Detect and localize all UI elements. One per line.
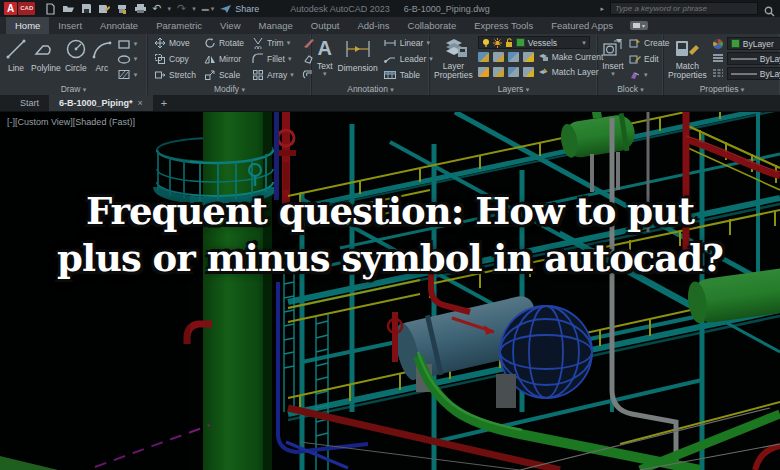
app-menu-button[interactable]: A CAD	[4, 2, 35, 15]
share-button[interactable]: Share	[220, 4, 259, 14]
open-folder-icon[interactable]	[62, 3, 74, 15]
stretch-icon	[154, 69, 166, 81]
tab-output[interactable]: Output	[302, 17, 349, 34]
chevron-down-icon: ▾	[134, 40, 138, 48]
linear-button[interactable]: Linear▾	[383, 36, 433, 51]
layer-unlock-icon	[505, 38, 513, 48]
close-icon[interactable]: ×	[138, 98, 143, 108]
panel-layers-label[interactable]: Layers ▾	[430, 84, 597, 94]
ribbon: Line Polyline Circle Arc ▾ ▾ ▾	[0, 34, 780, 95]
hatch-button[interactable]: ▾	[117, 68, 138, 82]
layer-vpfreeze-icon[interactable]	[523, 67, 534, 77]
save-icon[interactable]	[80, 3, 92, 15]
chevron-down-icon: ▾	[323, 70, 327, 78]
new-file-icon[interactable]	[44, 3, 56, 15]
match-properties-button[interactable]: Match Properties	[668, 36, 707, 82]
mirror-button[interactable]: Mirror	[204, 52, 244, 67]
linetype-dropdown[interactable]: ByLayer	[727, 67, 780, 80]
layer-on-bulb-icon	[482, 38, 490, 48]
chevron-down-icon: ▾	[241, 86, 245, 93]
rotate-button[interactable]: Rotate	[204, 36, 244, 51]
leader-button[interactable]: Leader▾	[383, 52, 433, 67]
rectangle-button[interactable]: ▾	[117, 37, 138, 51]
polyline-button[interactable]: Polyline	[31, 36, 61, 82]
object-color-dropdown[interactable]: ByLayer ▾	[727, 37, 780, 50]
tab-home[interactable]: Home	[6, 17, 49, 34]
tab-insert[interactable]: Insert	[49, 17, 91, 34]
layer-freeze-icon[interactable]	[508, 52, 519, 62]
dimension-button[interactable]: Dimension	[338, 36, 378, 82]
search-input[interactable]	[615, 4, 753, 13]
file-tab-document[interactable]: 6-B-1000_Piping* ×	[49, 95, 153, 111]
panel-block-label[interactable]: Block ▾	[598, 84, 663, 94]
layer-lock-icon[interactable]	[523, 52, 534, 62]
copy-button[interactable]: Copy	[154, 52, 196, 67]
undo-chevron-down-icon[interactable]: ▾	[167, 5, 171, 13]
panel-properties-label[interactable]: Properties ▾	[664, 84, 780, 94]
tab-featured-apps[interactable]: Featured Apps	[542, 17, 622, 34]
layer-walk-icon[interactable]	[508, 67, 519, 77]
document-title: 6-B-1000_Piping.dwg	[404, 4, 490, 14]
quick-access-toolbar: ↶ ▾ ↷ ▾ ▬ ▾ Share	[44, 3, 259, 15]
print-icon[interactable]	[134, 3, 146, 15]
layer-unlock-tool-icon[interactable]	[493, 67, 504, 77]
panel-annotation-label[interactable]: Annotation ▾	[312, 84, 429, 94]
drawing-viewport[interactable]: [-][Custom View][Shaded (Fast)]	[0, 112, 780, 470]
move-button[interactable]: Move	[154, 36, 196, 51]
chevron-down-icon: ▾	[644, 71, 648, 79]
tab-express-tools[interactable]: Express Tools	[465, 17, 542, 34]
scale-button[interactable]: Scale	[204, 67, 244, 82]
layer-off-icon[interactable]	[478, 52, 489, 62]
panel-draw-label[interactable]: Draw ▾	[0, 84, 147, 94]
help-search-box[interactable]	[610, 2, 758, 15]
dimension-icon	[343, 38, 373, 62]
plot-icon[interactable]	[116, 3, 128, 15]
headline-overlay: Frequent question: How to put plus or mi…	[0, 188, 780, 282]
panel-modify-label[interactable]: Modify ▾	[148, 84, 311, 94]
match-layer-icon	[538, 67, 549, 77]
trim-button[interactable]: Trim▾	[252, 36, 294, 51]
array-button[interactable]: Array▾	[252, 67, 294, 82]
search-chevron-right-icon[interactable]: ▸	[600, 5, 604, 13]
viewport-controls[interactable]: [-][Custom View][Shaded (Fast)]	[7, 117, 135, 127]
drawing-canvas[interactable]	[0, 112, 780, 470]
edit-block-icon	[629, 54, 641, 64]
undo-icon[interactable]: ↶	[152, 3, 161, 14]
ribbon-display-toggle[interactable]: ▾	[630, 21, 648, 30]
layer-properties-button[interactable]: Layer Properties	[434, 36, 473, 82]
tab-annotate[interactable]: Annotate	[91, 17, 147, 34]
tab-add-ins[interactable]: Add-ins	[348, 17, 398, 34]
table-button[interactable]: Table	[383, 67, 433, 82]
text-icon: A	[318, 38, 332, 60]
insert-block-icon	[601, 38, 625, 60]
layer-thaw-icon[interactable]	[478, 67, 489, 77]
stretch-button[interactable]: Stretch	[154, 67, 196, 82]
text-button[interactable]: A Text ▾	[317, 36, 333, 82]
layer-dropdown[interactable]: Vessels ▾	[478, 36, 590, 49]
arc-button[interactable]: Arc	[91, 36, 113, 82]
layer-isolate-icon[interactable]	[493, 52, 504, 62]
new-drawing-tab-button[interactable]: +	[153, 95, 175, 111]
panel-modify: Move Copy Stretch Rotate Mirror Scale Tr…	[148, 34, 312, 95]
tab-collaborate[interactable]: Collaborate	[399, 17, 466, 34]
insert-block-button[interactable]: Insert ▾	[601, 36, 625, 82]
redo-icon[interactable]: ↷	[177, 3, 186, 14]
file-tab-start[interactable]: Start	[10, 95, 49, 111]
lineweight-dropdown[interactable]: ByLayer	[727, 52, 780, 65]
circle-button[interactable]: Circle	[65, 36, 87, 82]
ellipse-button[interactable]: ▾	[117, 52, 138, 66]
layer-freeze-sun-icon	[493, 38, 502, 48]
tab-view[interactable]: View	[211, 17, 249, 34]
match-layer-button[interactable]: Match Layer	[538, 65, 599, 80]
tab-manage[interactable]: Manage	[250, 17, 302, 34]
app-title: Autodesk AutoCAD 2023	[290, 4, 390, 14]
line-button[interactable]: Line	[5, 36, 27, 82]
qat-customize-icon[interactable]: ▬ ▾	[202, 5, 214, 13]
make-current-button[interactable]: Make Current	[538, 50, 604, 65]
save-as-icon[interactable]	[98, 3, 110, 15]
redo-chevron-down-icon[interactable]: ▾	[192, 5, 196, 13]
chevron-down-icon: ▾	[134, 55, 138, 63]
arc-icon	[91, 38, 113, 62]
tab-parametric[interactable]: Parametric	[147, 17, 211, 34]
fillet-button[interactable]: Fillet▾	[252, 52, 294, 67]
